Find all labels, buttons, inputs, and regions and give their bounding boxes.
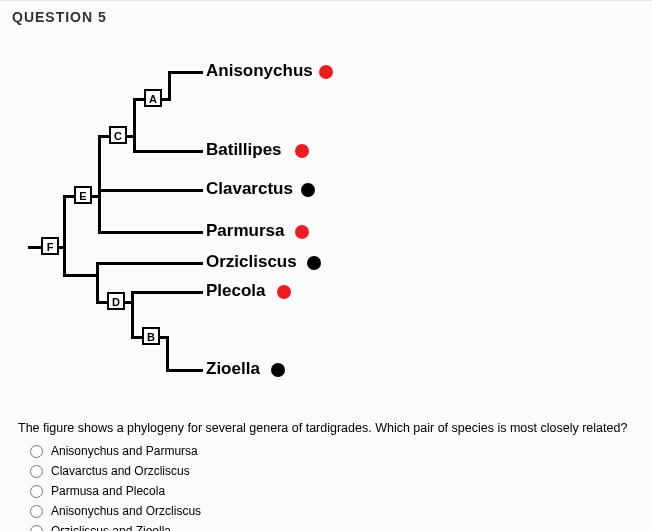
tree-edge <box>131 291 134 339</box>
phylogeny-figure: F E C A Anisonychus Batillipes Clavarctu… <box>0 35 600 415</box>
tree-edge <box>133 150 203 153</box>
tree-edge <box>166 369 203 372</box>
question-prompt: The figure shows a phylogeny for several… <box>0 415 652 439</box>
question-container: QUESTION 5 F E C A Anisonychus Batillipe… <box>0 0 652 531</box>
option-radio[interactable] <box>30 505 43 518</box>
node-F: F <box>41 237 59 255</box>
node-C: C <box>109 126 127 144</box>
option-label: Orzicliscus and Zioella <box>51 524 171 531</box>
option-label: Anisonychus and Parmursa <box>51 444 198 458</box>
tree-edge <box>63 195 66 277</box>
dot-icon <box>295 144 309 158</box>
tree-edge <box>166 336 169 372</box>
option-row[interactable]: Clavarctus and Orzcliscus <box>30 461 652 481</box>
option-radio[interactable] <box>30 465 43 478</box>
tree-edge <box>168 71 203 74</box>
node-A: A <box>144 89 162 107</box>
leaf-batillipes: Batillipes <box>206 141 282 159</box>
tree-edge <box>96 262 203 265</box>
tree-edge <box>98 231 203 234</box>
dot-icon <box>301 183 315 197</box>
dot-icon <box>277 285 291 299</box>
node-B: B <box>142 327 160 345</box>
dot-icon <box>307 256 321 270</box>
question-title: QUESTION 5 <box>0 1 652 25</box>
option-radio[interactable] <box>30 485 43 498</box>
dot-icon <box>271 363 285 377</box>
tree-edge <box>131 291 203 294</box>
leaf-clavarctus: Clavarctus <box>206 180 293 198</box>
tree-edge <box>63 274 98 277</box>
option-label: Clavarctus and Orzcliscus <box>51 464 190 478</box>
leaf-plecola: Plecola <box>206 282 266 300</box>
leaf-anisonychus: Anisonychus <box>206 62 313 80</box>
option-row[interactable]: Anisonychus and Parmursa <box>30 441 652 461</box>
option-radio[interactable] <box>30 445 43 458</box>
dot-icon <box>295 225 309 239</box>
leaf-zioella: Zioella <box>206 360 260 378</box>
node-D: D <box>107 292 125 310</box>
option-row[interactable]: Parmusa and Plecola <box>30 481 652 501</box>
leaf-parmursa: Parmursa <box>206 222 284 240</box>
dot-icon <box>319 65 333 79</box>
option-row[interactable]: Orzicliscus and Zioella <box>30 521 652 531</box>
option-row[interactable]: Anisonychus and Orzcliscus <box>30 501 652 521</box>
option-label: Anisonychus and Orzcliscus <box>51 504 201 518</box>
option-label: Parmusa and Plecola <box>51 484 165 498</box>
tree-edge <box>98 135 101 234</box>
tree-edge <box>96 262 99 304</box>
leaf-orzicliscus: Orzicliscus <box>206 253 297 271</box>
tree-edge <box>168 71 171 101</box>
tree-edge <box>98 189 203 192</box>
node-E: E <box>74 186 92 204</box>
answer-options: Anisonychus and Parmursa Clavarctus and … <box>0 439 652 531</box>
tree-edge <box>133 98 136 153</box>
option-radio[interactable] <box>30 525 43 532</box>
